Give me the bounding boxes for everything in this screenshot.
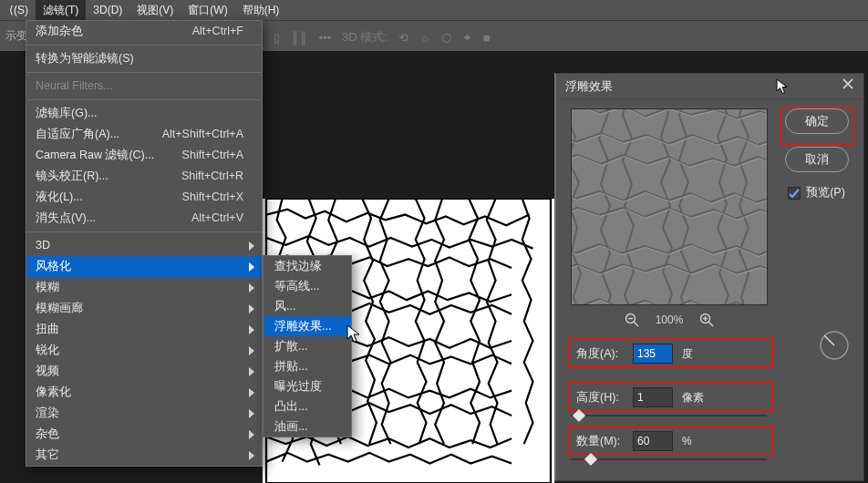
menubar-item-window[interactable]: 窗口(W): [181, 0, 234, 20]
angle-label: 角度(A):: [571, 346, 633, 362]
close-button[interactable]: [842, 74, 854, 99]
filter-menu-video[interactable]: 视频: [26, 361, 262, 382]
angle-input[interactable]: [633, 344, 673, 364]
ok-button[interactable]: 确定: [785, 108, 849, 134]
menubar-item-help[interactable]: 帮助(H): [235, 0, 287, 20]
amount-input[interactable]: [633, 431, 673, 451]
filter-menu-liquify[interactable]: 液化(L)...Shift+Ctrl+X: [26, 187, 262, 208]
stylize-submenu[interactable]: 查找边缘 等高线... 风... 浮雕效果... 扩散... 拼贴... 曝光过…: [263, 255, 352, 437]
chevron-right-icon: [247, 277, 256, 298]
menubar-item-3d[interactable]: 3D(D): [86, 0, 129, 20]
filter-menu-convert-smart[interactable]: 转换为智能滤镜(S): [26, 48, 262, 69]
filter-menu-distort[interactable]: 扭曲: [26, 319, 262, 340]
preview-checkbox[interactable]: [788, 187, 801, 200]
filter-menu-camera-raw[interactable]: Camera Raw 滤镜(C)...Shift+Ctrl+A: [26, 145, 262, 166]
filter-menu[interactable]: 添加杂色Alt+Ctrl+F 转换为智能滤镜(S) Neural Filters…: [26, 20, 263, 467]
height-input[interactable]: [633, 387, 673, 407]
cancel-button[interactable]: 取消: [785, 147, 849, 172]
zoom-in-button[interactable]: [699, 313, 714, 327]
filter-menu-3d[interactable]: 3D: [26, 235, 262, 256]
emboss-preview: [571, 108, 768, 305]
options-bar-icons: ▯║║••• 3D 模式: ⟲☼⬡✦■: [274, 25, 491, 50]
chevron-right-icon: [247, 445, 256, 466]
preview-checkbox-label: 预览(P): [806, 185, 845, 200]
chevron-right-icon: [247, 382, 256, 403]
filter-menu-lens-correction[interactable]: 镜头校正(R)...Shift+Ctrl+R: [26, 166, 262, 187]
stylize-contour[interactable]: 等高线...: [264, 276, 351, 296]
emboss-dialog: 浮雕效果: [554, 73, 864, 481]
filter-menu-blur-gallery[interactable]: 模糊画廊: [26, 298, 262, 319]
chevron-right-icon: [247, 319, 256, 340]
filter-menu-adaptive-wide[interactable]: 自适应广角(A)...Alt+Shift+Ctrl+A: [26, 124, 262, 145]
angle-row: 角度(A): 度: [571, 342, 767, 365]
amount-slider[interactable]: [571, 455, 767, 464]
chevron-right-icon: [247, 403, 256, 424]
amount-unit: %: [682, 435, 692, 447]
filter-menu-gallery[interactable]: 滤镜库(G)...: [26, 103, 262, 124]
amount-row: 数量(M): %: [571, 429, 767, 453]
chevron-right-icon: [247, 256, 256, 277]
dialog-title: 浮雕效果: [565, 74, 613, 99]
chevron-right-icon: [247, 298, 256, 319]
zoom-out-button[interactable]: [625, 313, 639, 327]
angle-dial[interactable]: [818, 329, 851, 362]
stylize-wind[interactable]: 风...: [264, 296, 351, 316]
angle-unit: 度: [682, 346, 693, 362]
stylize-find-edges[interactable]: 查找边缘: [264, 256, 351, 276]
stylize-oil-paint[interactable]: 油画...: [264, 416, 351, 437]
amount-label: 数量(M):: [571, 434, 633, 449]
chevron-right-icon: [247, 424, 256, 445]
filter-menu-last-filter[interactable]: 添加杂色Alt+Ctrl+F: [26, 21, 262, 42]
cursor-icon: [346, 324, 361, 347]
height-unit: 像素: [682, 390, 704, 406]
zoom-label: 100%: [656, 313, 684, 326]
chevron-right-icon: [247, 361, 256, 382]
filter-menu-sharpen[interactable]: 锐化: [26, 340, 262, 361]
chevron-right-icon: [247, 235, 256, 256]
menubar-item-filter[interactable]: 滤镜(T): [36, 0, 86, 20]
filter-menu-stylize[interactable]: 风格化: [26, 256, 262, 277]
stylize-extrude[interactable]: 凸出...: [264, 396, 351, 416]
stylize-tiles[interactable]: 拼贴...: [264, 356, 351, 376]
filter-menu-noise[interactable]: 杂色: [26, 424, 262, 445]
cursor-icon: [776, 78, 789, 99]
filter-menu-pixelate[interactable]: 像素化: [26, 382, 262, 403]
chevron-right-icon: [247, 340, 256, 361]
svg-line-5: [824, 335, 834, 345]
menubar-item-view[interactable]: 视图(V): [129, 0, 181, 20]
height-label: 高度(H):: [571, 390, 633, 406]
stylize-emboss[interactable]: 浮雕效果...: [264, 316, 351, 336]
filter-menu-other[interactable]: 其它: [26, 445, 262, 466]
menubar-item-s[interactable]: ⟨(S): [2, 0, 36, 20]
filter-menu-vanishing-point[interactable]: 消失点(V)...Alt+Ctrl+V: [26, 208, 262, 229]
stylize-solarize[interactable]: 曝光过度: [264, 376, 351, 396]
options-bar-3dmode-label: 3D 模式:: [342, 29, 388, 46]
filter-menu-neural: Neural Filters...: [26, 76, 262, 97]
height-slider[interactable]: [571, 411, 767, 420]
dialog-titlebar: 浮雕效果: [556, 74, 863, 99]
filter-menu-blur[interactable]: 模糊: [26, 277, 262, 298]
filter-menu-render[interactable]: 渲染: [26, 403, 262, 424]
height-row: 高度(H): 像素: [571, 385, 767, 409]
stylize-diffuse[interactable]: 扩散...: [264, 336, 351, 356]
menubar: ⟨(S) 滤镜(T) 3D(D) 视图(V) 窗口(W) 帮助(H): [0, 0, 868, 20]
preview-checkbox-row[interactable]: 预览(P): [788, 185, 845, 200]
